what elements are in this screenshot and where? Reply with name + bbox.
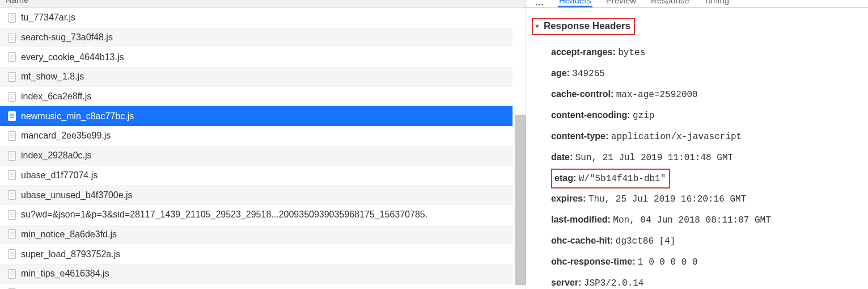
response-header-row: age: 349265: [551, 63, 862, 84]
file-icon: [8, 151, 16, 161]
file-icon: [8, 92, 16, 102]
header-value: W/"5b14f41b-db1": [579, 174, 666, 184]
header-value: bytes: [618, 48, 645, 58]
file-name: mancard_2ee35e99.js: [21, 131, 111, 141]
file-icon: [8, 210, 16, 220]
file-name: min_tips_e4616384.js: [21, 269, 109, 279]
file-name: newmusic_min_c8ac77bc.js: [21, 111, 134, 122]
file-name: mt_show_1.8.js: [21, 72, 84, 82]
response-header-row: etag: W/"5b14f41b-db1": [551, 168, 862, 189]
header-value: Mon, 04 Jun 2018 08:11:07 GMT: [613, 215, 770, 225]
file-name: index_2928a0c.js: [21, 150, 92, 161]
detail-body: ▼ Response Headers accept-ranges: bytesa…: [526, 8, 868, 289]
file-icon: [8, 249, 16, 259]
file-list-container: tu_77347ar.jssearch-sug_73a0f48.jsevery_…: [0, 8, 526, 289]
response-header-row: content-type: application/x-javascript: [551, 126, 862, 147]
header-list: accept-ranges: bytesage: 349265cache-con…: [532, 42, 862, 289]
column-header-name[interactable]: Name: [0, 0, 526, 8]
header-key: ohc-cache-hit:: [551, 236, 616, 245]
network-request-row[interactable]: mancard_2ee35e99.js: [0, 126, 513, 146]
header-key: accept-ranges:: [551, 47, 618, 57]
detail-tabs: ⋯ HeadersPreviewResponseTiming: [526, 0, 868, 8]
header-key: server:: [551, 278, 584, 287]
file-name: ubase_d1f77074.js: [21, 170, 98, 181]
file-icon: [8, 111, 16, 121]
file-name: super_load_8793752a.js: [21, 249, 120, 259]
header-value: max-age=2592000: [616, 90, 698, 100]
file-icon: [8, 229, 16, 239]
header-key: etag:: [554, 173, 579, 183]
response-header-row: ohc-response-time: 1 0 0 0 0 0: [551, 252, 862, 273]
vertical-scrollbar-thumb[interactable]: [515, 115, 526, 285]
response-header-row: ohc-cache-hit: dg3ct86 [4]: [551, 231, 862, 252]
header-value: dg3ct86 [4]: [616, 236, 676, 246]
response-header-row: date: Sun, 21 Jul 2019 11:01:48 GMT: [551, 147, 862, 168]
file-icon: [8, 131, 16, 141]
network-request-row[interactable]: min_notice_8a6de3fd.js: [0, 225, 513, 245]
header-value: 349265: [572, 69, 605, 79]
response-headers-section: ▼ Response Headers accept-ranges: bytesa…: [532, 18, 862, 289]
file-name: every_cookie_4644b13.js: [21, 52, 124, 62]
network-request-row[interactable]: mt_show_1.8.js: [0, 67, 513, 87]
file-name: min_notice_8a6de3fd.js: [21, 229, 117, 240]
network-request-row[interactable]: search-sug_73a0f48.js: [0, 28, 513, 48]
network-request-row[interactable]: super_load_8793752a.js: [0, 244, 513, 264]
network-request-row[interactable]: index_2928a0c.js: [0, 146, 513, 166]
header-value: application/x-javascript: [611, 132, 742, 142]
header-key: date:: [551, 152, 575, 162]
file-icon: [8, 52, 16, 62]
header-value: gzip: [633, 111, 654, 121]
request-detail-panel: ⋯ HeadersPreviewResponseTiming ▼ Respons…: [526, 0, 868, 289]
response-header-row: cache-control: max-age=2592000: [551, 84, 862, 105]
file-icon: [8, 269, 16, 279]
file-icon: [8, 190, 16, 200]
network-request-row[interactable]: ubase_unused_b4f3700e.js: [0, 185, 513, 205]
file-icon: [8, 33, 16, 43]
network-request-row[interactable]: su?wd=&json=1&p=3&sid=28117_1439_21105_2…: [0, 205, 513, 225]
network-request-row[interactable]: index_6ca2e8ff.js: [0, 87, 513, 107]
file-icon: [8, 170, 16, 180]
file-name: tu_77347ar.js: [21, 12, 75, 23]
header-key: content-encoding:: [551, 110, 633, 120]
network-request-row[interactable]: every_cookie_4644b13.js: [0, 47, 513, 67]
header-value: Thu, 25 Jul 2019 16:20:16 GMT: [588, 194, 746, 204]
header-value: JSP3/2.0.14: [584, 278, 644, 288]
response-header-row: server: JSP3/2.0.14: [551, 273, 862, 289]
network-request-row[interactable]: ubase_d1f77074.js: [0, 166, 513, 186]
response-header-row: last-modified: Mon, 04 Jun 2018 08:11:07…: [551, 210, 862, 231]
network-request-row[interactable]: newmusic_min_c8ac77bc.js: [0, 106, 513, 126]
disclosure-triangle-icon[interactable]: ▼: [534, 23, 540, 30]
header-key: expires:: [551, 194, 588, 203]
devtools-root: Name tu_77347ar.jssearch-sug_73a0f48.jse…: [0, 0, 868, 289]
response-header-row: accept-ranges: bytes: [551, 42, 862, 63]
network-request-row[interactable]: tu_77347ar.js: [0, 8, 513, 28]
file-list: tu_77347ar.jssearch-sug_73a0f48.jsevery_…: [0, 8, 513, 289]
response-header-row: expires: Thu, 25 Jul 2019 16:20:16 GMT: [551, 189, 862, 210]
file-name: su?wd=&json=1&p=3&sid=28117_1439_21105_2…: [21, 210, 427, 220]
network-request-row[interactable]: min_tips_e4616384.js: [0, 264, 513, 284]
header-key: age:: [551, 68, 572, 78]
header-value: Sun, 21 Jul 2019 11:01:48 GMT: [575, 153, 733, 163]
response-header-row: content-encoding: gzip: [551, 105, 862, 126]
network-requests-panel: Name tu_77347ar.jssearch-sug_73a0f48.jse…: [0, 0, 526, 289]
file-name: search-sug_73a0f48.js: [21, 32, 113, 43]
file-icon: [8, 72, 16, 82]
file-name: index_6ca2e8ff.js: [21, 91, 91, 102]
file-name: ubase_unused_b4f3700e.js: [21, 190, 133, 200]
header-key: last-modified:: [551, 215, 613, 224]
header-key: ohc-response-time:: [551, 257, 638, 266]
network-request-row[interactable]: activity_start_52498d2c.js: [0, 284, 513, 289]
response-headers-title[interactable]: ▼ Response Headers: [532, 18, 635, 35]
header-key: content-type:: [551, 131, 611, 141]
file-icon: [8, 13, 16, 23]
header-value: 1 0 0 0 0 0: [638, 257, 698, 267]
header-key: cache-control:: [551, 89, 616, 99]
section-title-text: Response Headers: [544, 20, 630, 32]
